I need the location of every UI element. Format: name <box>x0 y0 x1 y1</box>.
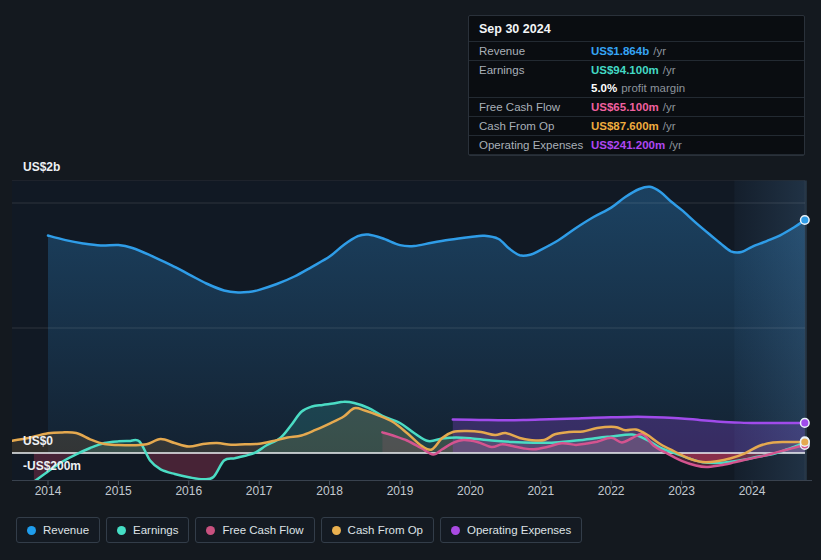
financial-history-chart: US$2b US$0 -US$200m 20142015201620172018… <box>0 0 821 560</box>
tooltip-label: Operating Expenses <box>479 138 591 152</box>
x-axis-label-2020: 2020 <box>448 485 492 498</box>
series-endpoint-dot-cash_from_op <box>801 438 810 447</box>
tooltip-row-cash-from-op: Cash From OpUS$87.600m/yr <box>469 117 804 136</box>
tooltip-row-operating-expenses: Operating ExpensesUS$241.200m/yr <box>469 136 804 155</box>
tooltip-row-revenue: RevenueUS$1.864b/yr <box>469 42 804 61</box>
series-endpoint-dot-revenue <box>801 216 810 225</box>
profit-margin-value: 5.0% <box>591 81 617 95</box>
tooltip-label: Free Cash Flow <box>479 100 591 114</box>
tooltip-label: Cash From Op <box>479 119 591 133</box>
x-axis-label-2022: 2022 <box>589 485 633 498</box>
legend-dot <box>206 526 215 535</box>
tooltip-value: US$94.100m <box>591 63 659 77</box>
tooltip-label: Earnings <box>479 63 591 77</box>
tooltip-value: US$241.200m <box>591 138 665 152</box>
legend-dot <box>117 526 126 535</box>
x-axis-label-2019: 2019 <box>378 485 422 498</box>
legend-label: Cash From Op <box>348 524 423 536</box>
y-axis-label-neg200m: -US$200m <box>23 459 81 473</box>
tooltip-value: US$65.100m <box>591 100 659 114</box>
x-axis-label-2015: 2015 <box>96 485 140 498</box>
x-axis-label-2024: 2024 <box>730 485 774 498</box>
x-axis-label-2018: 2018 <box>308 485 352 498</box>
tooltip-unit: /yr <box>663 63 676 77</box>
legend-label: Free Cash Flow <box>222 524 303 536</box>
tooltip-unit: /yr <box>663 119 676 133</box>
legend-label: Revenue <box>43 524 89 536</box>
tooltip-row-free-cash-flow: Free Cash FlowUS$65.100m/yr <box>469 98 804 117</box>
tooltip-date: Sep 30 2024 <box>469 16 804 42</box>
x-axis-label-2016: 2016 <box>167 485 211 498</box>
x-axis-label-2021: 2021 <box>519 485 563 498</box>
legend-item-free-cash-flow[interactable]: Free Cash Flow <box>195 517 314 543</box>
legend-item-revenue[interactable]: Revenue <box>16 517 100 543</box>
legend-item-earnings[interactable]: Earnings <box>106 517 189 543</box>
legend-dot <box>332 526 341 535</box>
chart-legend: RevenueEarningsFree Cash FlowCash From O… <box>16 517 582 543</box>
tooltip-value: US$87.600m <box>591 119 659 133</box>
tooltip-value: US$1.864b <box>591 44 649 58</box>
legend-label: Operating Expenses <box>467 524 571 536</box>
tooltip-row-earnings: EarningsUS$94.100m/yr <box>469 61 804 79</box>
tooltip-unit: /yr <box>663 100 676 114</box>
profit-margin-text: profit margin <box>621 81 685 95</box>
series-endpoint-dot-opex <box>801 419 810 428</box>
chart-tooltip: Sep 30 2024 RevenueUS$1.864b/yrEarningsU… <box>468 15 805 156</box>
tooltip-unit: /yr <box>669 138 682 152</box>
tooltip-row-profit-margin: 5.0%profit margin <box>469 79 804 98</box>
x-axis-label-2014: 2014 <box>26 485 70 498</box>
legend-item-operating-expenses[interactable]: Operating Expenses <box>440 517 582 543</box>
tooltip-unit: /yr <box>653 44 666 58</box>
y-axis-label-2b: US$2b <box>23 160 60 174</box>
tooltip-label: Revenue <box>479 44 591 58</box>
x-axis-label-2017: 2017 <box>237 485 281 498</box>
legend-dot <box>451 526 460 535</box>
y-axis-label-zero: US$0 <box>23 434 53 448</box>
legend-item-cash-from-op[interactable]: Cash From Op <box>321 517 434 543</box>
legend-label: Earnings <box>133 524 178 536</box>
legend-dot <box>27 526 36 535</box>
x-axis-label-2023: 2023 <box>660 485 704 498</box>
